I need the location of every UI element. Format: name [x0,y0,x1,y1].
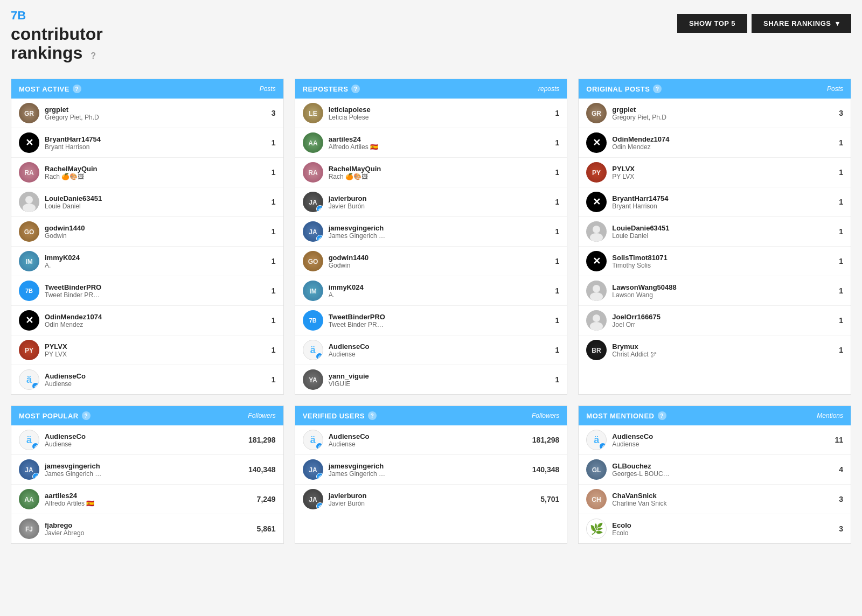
user-handle[interactable]: PYLVX [45,342,266,351]
user-row[interactable]: CHChaVanSnickCharline Van Snick3 [579,485,851,514]
user-row[interactable]: 7BTweetBinderPROTweet Binder PR…1 [295,306,567,335]
user-row[interactable]: PYPYLVXPY LVX1 [579,158,851,187]
share-rankings-button[interactable]: SHARE RANKINGS ▾ [752,14,851,33]
user-row[interactable]: YAyann_viguieVIGUIE1 [295,365,567,394]
show-top5-button[interactable]: SHOW TOP 5 [677,14,747,33]
most_popular-help-icon[interactable]: ? [82,411,91,420]
user-handle[interactable]: LouieDanie63451 [612,224,833,232]
user-handle[interactable]: RachelMayQuin [45,165,266,173]
user-row[interactable]: ✕BryantHarr14754Bryant Harrison1 [11,128,283,158]
user-handle[interactable]: jamesvgingerich [329,224,550,232]
user-handle[interactable]: LawsonWang50488 [612,283,833,291]
user-row[interactable]: ä✓AudienseCoAudiense181,298 [295,425,567,455]
user-row[interactable]: JoelOrr166675Joel Orr1 [579,306,851,335]
user-handle[interactable]: immyK024 [329,283,550,291]
user-handle[interactable]: BryantHarr14754 [612,194,833,202]
user-handle[interactable]: LouieDanie63451 [45,194,266,202]
user-row[interactable]: FJfjabregoJavier Abrego5,861 [11,514,283,543]
user-name: Javier Burón [329,202,550,210]
user-row[interactable]: AAaartiles24Alfredo Artiles 🇪🇸1 [295,128,567,158]
user-handle[interactable]: godwin1440 [329,254,550,262]
user-handle[interactable]: Brymux [612,342,833,351]
user-handle[interactable]: javierburon [329,194,550,202]
user-handle[interactable]: godwin1440 [45,224,266,232]
avatar: ä✓ [586,430,607,450]
user-row[interactable]: ä✓AudienseCoAudiense1 [11,365,283,394]
user-handle[interactable]: SolisTimot81071 [612,254,833,262]
user-handle[interactable]: BryantHarr14754 [45,135,266,143]
most_mentioned-help-icon[interactable]: ? [658,411,666,420]
user-row[interactable]: LEleticiapoleseLeticia Polese1 [295,99,567,128]
reposters-help-icon[interactable]: ? [351,85,360,93]
user-handle[interactable]: fjabrego [45,521,252,529]
user-handle[interactable]: AudienseCo [329,432,527,440]
user-row[interactable]: JA✓jamesvgingerichJames Gingerich …1 [295,217,567,247]
user-count: 1 [555,109,560,117]
user-row[interactable]: ä✓AudienseCoAudiense11 [579,425,851,455]
user-handle[interactable]: grgpiet [45,106,266,114]
user-handle[interactable]: AudienseCo [45,372,266,380]
user-count: 1 [555,198,560,206]
user-row[interactable]: GLGLBouchezGeorges-L BOUC…4 [579,455,851,485]
user-row[interactable]: GRgrgpietGrégory Piet, Ph.D3 [11,99,283,128]
user-name: Ecolo [612,529,833,537]
user-count: 1 [272,257,276,265]
verified_users-help-icon[interactable]: ? [368,411,377,420]
user-handle[interactable]: jamesvgingerich [45,462,243,470]
svg-text:JA: JA [25,466,33,474]
user-handle[interactable]: AudienseCo [45,432,243,440]
user-handle[interactable]: javierburon [329,492,536,500]
user-handle[interactable]: grgpiet [612,106,833,114]
user-handle[interactable]: JoelOrr166675 [612,313,833,321]
original_posts-help-icon[interactable]: ? [653,85,662,93]
svg-text:IM: IM [309,288,316,295]
user-handle[interactable]: jamesvgingerich [329,462,527,470]
user-row[interactable]: BRBrymuxChrist Addict 🕊1 [579,335,851,365]
user-row[interactable]: RARachelMayQuinRach 🍊🎨🖼1 [11,158,283,187]
user-row[interactable]: ä✓AudienseCoAudiense1 [295,335,567,365]
user-row[interactable]: GOgodwin1440Godwin1 [295,247,567,276]
user-row[interactable]: RARachelMayQuinRach 🍊🎨🖼1 [295,158,567,187]
user-row[interactable]: ä✓AudienseCoAudiense181,298 [11,425,283,455]
user-row[interactable]: AAaartiles24Alfredo Artiles 🇪🇸7,249 [11,485,283,514]
user-handle[interactable]: aartiles24 [329,135,550,143]
user-row[interactable]: LouieDanie63451Louie Daniel1 [579,217,851,247]
user-handle[interactable]: immyK024 [45,254,266,262]
user-handle[interactable]: TweetBinderPRO [329,313,550,321]
user-handle[interactable]: RachelMayQuin [329,165,550,173]
user-row[interactable]: LawsonWang50488Lawson Wang1 [579,276,851,306]
user-handle[interactable]: yann_viguie [329,372,550,380]
user-handle[interactable]: leticiapolese [329,106,550,114]
user-row[interactable]: JA✓jamesvgingerichJames Gingerich …140,3… [295,455,567,485]
user-row[interactable]: JA✓jamesvgingerichJames Gingerich …140,3… [11,455,283,485]
user-row[interactable]: PYPYLVXPY LVX1 [11,335,283,365]
svg-text:GR: GR [24,110,34,117]
user-handle[interactable]: Ecolo [612,521,833,529]
user-row[interactable]: ✕OdinMendez1074Odin Mendez1 [11,306,283,335]
user-row[interactable]: JA✓javierburonJavier Burón1 [295,187,567,217]
user-handle[interactable]: aartiles24 [45,492,252,500]
user-row[interactable]: ✕OdinMendez1074Odin Mendez1 [579,128,851,158]
user-row[interactable]: IMimmyK024A.1 [295,276,567,306]
user-handle[interactable]: PYLVX [612,165,833,173]
user-row[interactable]: LouieDanie63451Louie Daniel1 [11,187,283,217]
user-handle[interactable]: OdinMendez1074 [612,135,833,143]
page-title-help-icon[interactable]: ? [91,51,96,60]
user-row[interactable]: JA✓javierburonJavier Burón5,701 [295,485,567,514]
user-handle[interactable]: OdinMendez1074 [45,313,266,321]
user-name: Christ Addict 🕊 [612,351,833,358]
user-handle[interactable]: TweetBinderPRO [45,283,266,291]
user-row[interactable]: 7BTweetBinderPROTweet Binder PR…1 [11,276,283,306]
user-handle[interactable]: AudienseCo [612,432,829,440]
user-info: PYLVXPY LVX [612,165,833,180]
user-handle[interactable]: GLBouchez [612,462,833,470]
user-row[interactable]: ✕SolisTimot81071Timothy Solis1 [579,247,851,276]
user-row[interactable]: ✕BryantHarr14754Bryant Harrison1 [579,187,851,217]
user-handle[interactable]: AudienseCo [329,342,550,351]
user-row[interactable]: IMimmyK024A.1 [11,247,283,276]
user-handle[interactable]: ChaVanSnick [612,492,833,500]
user-row[interactable]: GRgrgpietGrégory Piet, Ph.D3 [579,99,851,128]
user-row[interactable]: 🌿EcoloEcolo3 [579,514,851,543]
most_active-help-icon[interactable]: ? [73,85,81,93]
user-row[interactable]: GOgodwin1440Godwin1 [11,217,283,247]
